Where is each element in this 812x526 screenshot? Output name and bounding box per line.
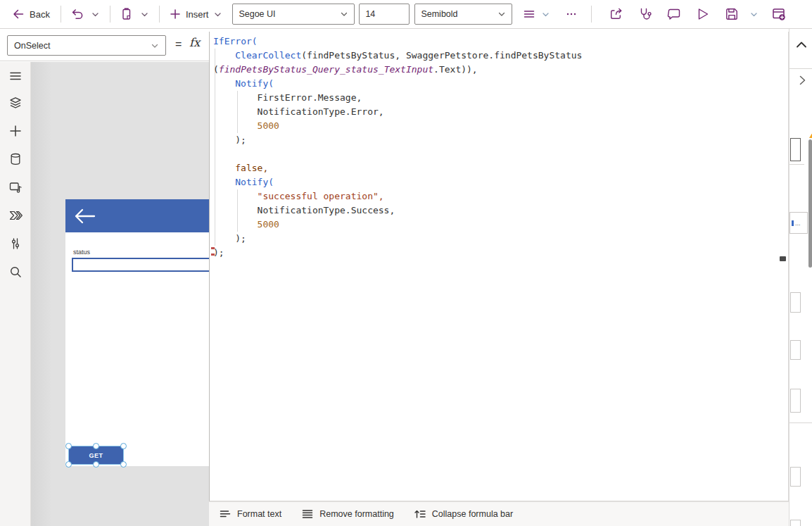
new-app-button[interactable] (770, 6, 787, 23)
collapse-formula-bar-icon (414, 508, 426, 520)
property-select[interactable]: OnSelect (7, 35, 166, 56)
selection-handle[interactable] (93, 443, 99, 449)
preview-button[interactable] (695, 6, 711, 22)
chevron-down-icon (151, 42, 159, 50)
chevron-down-icon (140, 10, 150, 19)
search-button[interactable] (7, 263, 24, 280)
advanced-tools-button[interactable] (7, 235, 24, 252)
remove-formatting-button[interactable]: Remove formatting (301, 508, 394, 520)
save-button[interactable] (724, 6, 740, 22)
screen-back-arrow-icon[interactable] (73, 208, 96, 225)
left-navigation-rail (0, 62, 31, 526)
toolbar-divider (110, 6, 110, 23)
warning-icon (809, 131, 812, 138)
chevron-right-icon[interactable] (795, 73, 809, 87)
back-label: Back (30, 9, 50, 20)
collapse-formula-bar-button[interactable]: Collapse formula bar (414, 508, 513, 520)
chevron-down-icon (212, 10, 222, 19)
toolbar-divider (159, 6, 160, 23)
powerapps-studio: Back Insert (0, 0, 812, 526)
equals-sign: = (175, 38, 182, 51)
app-canvas[interactable]: status GET (31, 62, 209, 526)
toolbar-divider (591, 6, 592, 23)
formula-code[interactable]: IfError(ClearCollect(findPetsByStatus, S… (213, 35, 777, 260)
error-marker (211, 253, 215, 256)
top-toolbar: Back Insert (0, 0, 812, 29)
paste-icon (120, 7, 134, 21)
selection-handle[interactable] (120, 461, 127, 468)
selection-handle[interactable] (65, 461, 72, 468)
selection-handle[interactable] (65, 443, 72, 449)
font-size-value: 14 (365, 9, 375, 19)
ellipsis-label: ... (795, 220, 801, 227)
insert-label: Insert (186, 9, 209, 20)
collapse-formula-bar-label: Collapse formula bar (432, 509, 513, 519)
format-text-icon (219, 508, 231, 520)
paste-split-chevron[interactable] (140, 10, 150, 19)
cutoff-field[interactable] (790, 138, 801, 161)
advanced-tools-icon (8, 237, 23, 251)
chevron-up-icon[interactable] (794, 38, 808, 52)
search-icon (8, 265, 23, 279)
chevron-down-icon (540, 10, 550, 19)
status-text-input[interactable] (72, 258, 209, 272)
back-button[interactable]: Back (11, 7, 50, 21)
media-icon (8, 180, 23, 194)
cutoff-field[interactable] (790, 340, 801, 360)
save-icon (724, 6, 740, 22)
undo-split-chevron[interactable] (91, 10, 101, 19)
cutoff-field[interactable] (790, 520, 801, 526)
selection-handle[interactable] (120, 443, 127, 449)
right-properties-strip: ... (789, 29, 812, 526)
more-ellipsis-icon (564, 7, 578, 21)
comments-button[interactable] (666, 6, 682, 22)
save-split-chevron[interactable] (749, 10, 759, 19)
phone-screen[interactable] (65, 199, 209, 466)
paste-button[interactable] (120, 7, 134, 21)
app-checker-button[interactable] (637, 6, 653, 22)
share-button[interactable] (609, 6, 624, 22)
insert-panel-button[interactable] (7, 123, 24, 139)
insert-button[interactable]: Insert (169, 8, 223, 20)
power-automate-icon (8, 208, 23, 223)
media-panel-button[interactable] (7, 179, 24, 196)
font-family-select[interactable]: Segoe UI (232, 4, 355, 25)
strip-divider (789, 422, 812, 423)
cutoff-field[interactable] (790, 292, 801, 313)
cutoff-field[interactable] (790, 467, 801, 487)
remove-formatting-icon (301, 508, 314, 520)
text-align-icon (522, 7, 536, 21)
data-panel-button[interactable] (7, 151, 24, 168)
formula-property-row: OnSelect = fx (0, 29, 209, 61)
data-icon (8, 152, 23, 166)
menu-icon (8, 69, 23, 83)
stethoscope-icon (637, 6, 653, 22)
share-icon (609, 6, 624, 22)
formula-editor-panel: IfError(ClearCollect(findPetsByStatus, S… (209, 32, 789, 501)
plus-icon (169, 8, 182, 20)
comment-icon (666, 6, 682, 22)
strip-divider (789, 68, 812, 69)
power-automate-button[interactable] (7, 207, 24, 224)
tree-view-menu-button[interactable] (7, 68, 24, 84)
cutoff-field[interactable] (790, 389, 801, 413)
status-label: status (73, 249, 90, 256)
format-text-button[interactable]: Format text (219, 508, 281, 520)
properties-scrollbar-thumb[interactable] (808, 139, 812, 268)
screens-button[interactable] (7, 94, 24, 111)
text-align-button[interactable] (522, 7, 550, 21)
font-size-input[interactable]: 14 (359, 4, 410, 25)
selection-handle[interactable] (93, 461, 99, 468)
chevron-down-icon (91, 10, 101, 19)
chevron-down-icon (749, 10, 759, 19)
play-icon (695, 6, 711, 22)
error-marker (211, 247, 215, 249)
cutoff-picker[interactable]: ... (789, 212, 808, 234)
editor-scrollbar-thumb[interactable] (780, 256, 786, 261)
more-commands-button[interactable] (564, 7, 578, 21)
format-text-label: Format text (237, 509, 281, 519)
undo-button[interactable] (70, 7, 84, 21)
insert-plus-icon (8, 124, 23, 138)
font-weight-select[interactable]: Semibold (414, 4, 512, 25)
remove-formatting-label: Remove formatting (319, 509, 394, 519)
